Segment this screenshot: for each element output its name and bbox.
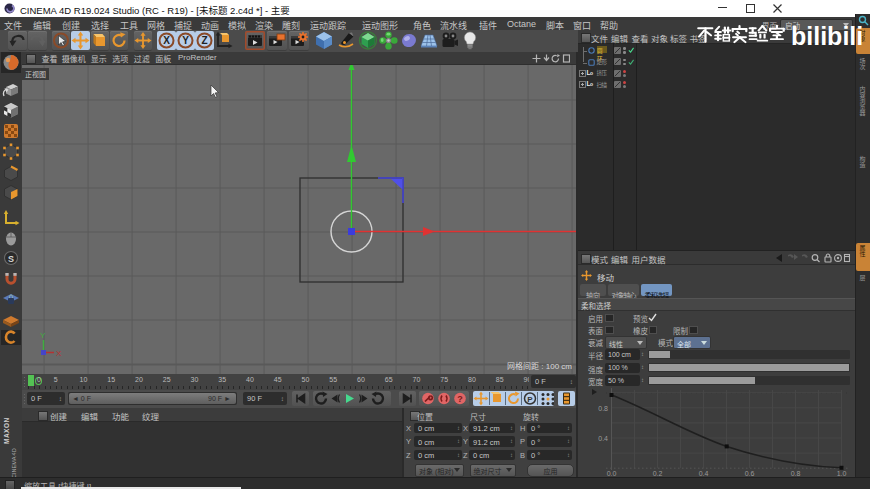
svg-text:Y: Y bbox=[40, 331, 46, 340]
svg-text:0.6: 0.6 bbox=[745, 470, 755, 477]
svg-text:0.4: 0.4 bbox=[699, 470, 709, 477]
svg-text:0.0: 0.0 bbox=[607, 470, 617, 477]
svg-text:?: ? bbox=[457, 394, 463, 404]
svg-text:0.8: 0.8 bbox=[598, 405, 608, 412]
svg-text:X: X bbox=[56, 349, 62, 358]
svg-text:Z: Z bbox=[201, 35, 207, 46]
svg-text:0.4: 0.4 bbox=[598, 435, 608, 442]
svg-text:0.2: 0.2 bbox=[653, 470, 663, 477]
svg-text:0.8: 0.8 bbox=[791, 470, 801, 477]
svg-text:Y: Y bbox=[182, 35, 189, 46]
svg-text:bilibili: bilibili bbox=[791, 24, 863, 50]
svg-text:1.0: 1.0 bbox=[837, 470, 847, 477]
svg-text:S: S bbox=[8, 254, 14, 264]
svg-text:P: P bbox=[527, 395, 533, 404]
svg-text:X: X bbox=[163, 35, 170, 46]
